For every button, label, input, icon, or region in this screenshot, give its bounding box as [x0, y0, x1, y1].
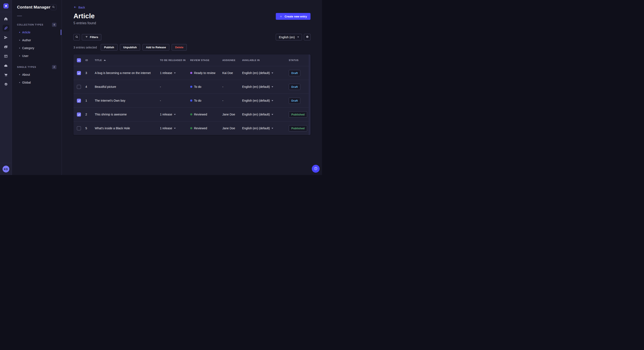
select-all-checkbox[interactable] [77, 58, 81, 62]
nav-rail-footer: KD [0, 163, 12, 175]
sidebar-item-label: Global [22, 81, 31, 84]
cell-release-dropdown[interactable]: 1 release [160, 113, 190, 116]
locale-select[interactable]: English (en) [276, 34, 302, 40]
settings-gear-icon[interactable] [2, 81, 9, 88]
column-header-title[interactable]: TITLE [95, 59, 160, 61]
stage-dot-icon [190, 113, 192, 116]
single-types-count-badge: 2 [52, 65, 56, 69]
row-checkbox[interactable] [77, 113, 81, 117]
table-row[interactable]: 1 The internet's Own boy - To do - Engli… [74, 94, 310, 107]
sidebar-item-label: Author [22, 38, 31, 42]
help-button[interactable] [312, 165, 320, 173]
chevron-down-icon [272, 114, 273, 115]
cell-id: 5 [86, 127, 95, 130]
cell-release-dropdown: - [160, 99, 190, 102]
app-root: KD Content Manager COLLECTION TYPES 4 Ar… [0, 0, 322, 175]
marketplace-cart-icon[interactable] [2, 71, 9, 78]
search-button[interactable] [74, 34, 80, 40]
cell-release-dropdown[interactable]: 1 release [160, 127, 190, 130]
table-row[interactable]: 4 Beautiful picture - To do - English (e… [74, 80, 310, 94]
status-badge: Published [289, 125, 307, 131]
plus-icon [280, 15, 282, 18]
sidebar-search-button[interactable] [50, 4, 56, 10]
sidebar-title: Content Manager [17, 5, 50, 9]
delete-button[interactable]: Delete [172, 44, 187, 51]
selection-summary: 3 entries selected [74, 46, 97, 49]
table-scrollbar-track[interactable] [308, 54, 310, 135]
status-badge: Draft [289, 98, 300, 104]
sidebar-item-about[interactable]: About [17, 71, 56, 78]
sidebar-item-user[interactable]: User [17, 52, 56, 60]
media-library-icon[interactable] [2, 43, 9, 50]
bullet-icon [19, 48, 20, 48]
content-manager-sidebar: Content Manager COLLECTION TYPES 4 Artic… [12, 0, 62, 175]
column-header-assignee: ASSIGNEE [222, 59, 242, 61]
view-settings-button[interactable] [304, 34, 310, 40]
arrow-left-icon [74, 5, 77, 9]
table-header-row: ID TITLE TO BE RELEASED IN REVIEW STAGE … [74, 54, 310, 66]
single-types-list: About Global [17, 71, 56, 86]
sidebar-item-global[interactable]: Global [17, 78, 56, 86]
bullet-icon [19, 55, 20, 56]
list-toolbar: Filters English (en) [74, 34, 310, 40]
table-row[interactable]: 2 This shrimp is awesome 1 release Revie… [74, 107, 310, 121]
chevron-down-icon [272, 128, 273, 129]
home-icon[interactable] [2, 15, 9, 22]
deploy-cloud-icon[interactable] [2, 62, 9, 69]
cell-review-stage: To do [190, 99, 222, 102]
sort-ascending-icon [104, 59, 106, 61]
table-row[interactable]: 3 A bug is becoming a meme on the intern… [74, 66, 310, 80]
cell-available-in-dropdown[interactable]: English (en) (default) [242, 113, 289, 116]
publish-button[interactable]: Publish [101, 44, 118, 51]
gear-icon [306, 35, 309, 39]
cell-available-in-dropdown[interactable]: English (en) (default) [242, 71, 289, 75]
cell-available-in-dropdown[interactable]: English (en) (default) [242, 85, 289, 88]
back-link[interactable]: Back [74, 5, 85, 9]
cell-title: This shrimp is awesome [95, 113, 160, 116]
active-indicator [61, 29, 61, 35]
sidebar-item-label: User [22, 54, 28, 58]
cell-id: 3 [86, 71, 95, 75]
add-to-release-button[interactable]: Add to Release [142, 44, 169, 51]
cell-title: A bug is becoming a meme on the internet [95, 71, 160, 75]
sidebar-item-label: Article [22, 31, 30, 34]
chevron-down-icon [297, 37, 299, 38]
cell-release-dropdown[interactable]: 1 release [160, 71, 190, 75]
cell-available-in-dropdown[interactable]: English (en) (default) [242, 99, 289, 102]
strapi-logo-icon[interactable] [4, 3, 8, 8]
content-type-builder-icon[interactable] [2, 53, 9, 59]
create-new-entry-button[interactable]: Create new entry [276, 13, 310, 20]
filters-button[interactable]: Filters [82, 34, 101, 40]
search-icon [75, 35, 78, 39]
stage-dot-icon [190, 86, 192, 88]
row-checkbox[interactable] [77, 99, 81, 103]
releases-paper-plane-icon[interactable] [2, 34, 9, 41]
sidebar-divider [17, 16, 22, 16]
cell-assignee: - [222, 85, 242, 88]
unpublish-button[interactable]: Unpublish [120, 44, 140, 51]
page-title: Article [74, 12, 96, 20]
question-mark-circle-icon [314, 167, 318, 171]
content-manager-feather-icon[interactable] [2, 25, 9, 31]
row-checkbox[interactable] [77, 71, 81, 75]
sidebar-item-label: About [22, 73, 30, 76]
cell-review-stage: Reviewed [190, 113, 222, 116]
table-row[interactable]: 5 What's inside a Black Hole 1 release R… [74, 121, 310, 135]
cell-review-stage: Reviewed [190, 127, 222, 130]
sidebar-item-author[interactable]: Author [17, 36, 56, 44]
column-header-status: STATUS [289, 59, 307, 61]
cell-release-dropdown: - [160, 85, 190, 88]
cell-available-in-dropdown[interactable]: English (en) (default) [242, 127, 289, 130]
nav-rail-logo-section [0, 0, 12, 12]
user-avatar[interactable]: KD [2, 166, 9, 173]
row-checkbox[interactable] [77, 85, 81, 89]
row-checkbox[interactable] [77, 126, 81, 130]
status-badge: Draft [289, 70, 300, 76]
chevron-down-icon [272, 86, 273, 87]
sidebar-item-category[interactable]: Category [17, 44, 56, 52]
column-header-id: ID [86, 59, 95, 61]
sidebar-item-article[interactable]: Article [17, 28, 56, 36]
selection-actions-bar: 3 entries selected Publish Unpublish Add… [74, 44, 310, 51]
chevron-down-icon [174, 114, 176, 115]
cell-id: 4 [86, 85, 95, 88]
